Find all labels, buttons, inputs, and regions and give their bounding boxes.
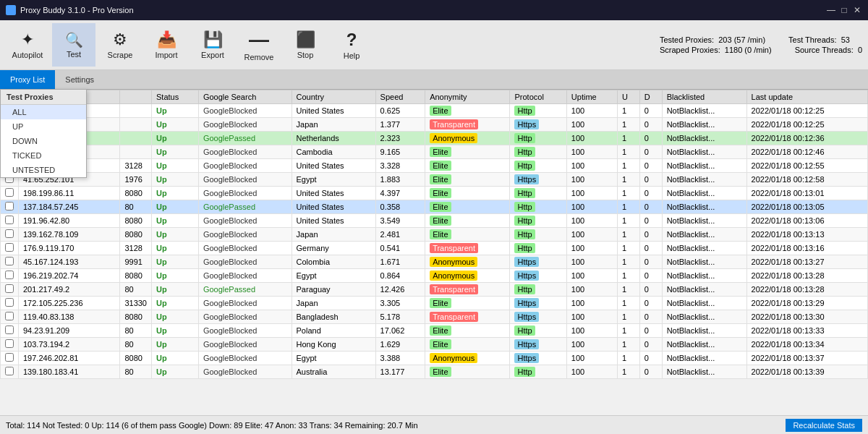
col-country[interactable]: Country — [292, 90, 375, 104]
table-row[interactable]: 196.219.202.74 8080 Up GoogleBlocked Egy… — [1, 269, 868, 283]
row-speed: 4.397 — [375, 187, 425, 200]
table-row[interactable]: 41.65.252.101 1976 Up GoogleBlocked Egyp… — [1, 173, 868, 187]
table-row[interactable]: 119.40.83.138 8080 Up GoogleBlocked Bang… — [1, 310, 868, 324]
row-checkbox[interactable] — [1, 365, 19, 379]
row-protocol: Http — [510, 242, 566, 255]
row-anonymity: Transparent — [425, 242, 510, 255]
row-checkbox[interactable] — [1, 187, 19, 200]
window-controls[interactable]: — □ ✕ — [826, 5, 862, 15]
row-anonymity: Transparent — [425, 118, 510, 132]
settings-tab[interactable]: Settings — [55, 70, 104, 89]
table-row[interactable]: 217.67.2 Up GooglePassed Netherlands 2.3… — [1, 132, 868, 145]
row-blacklisted: NotBlacklist... — [662, 104, 746, 118]
minimize-button[interactable]: — — [826, 5, 836, 15]
row-speed: 0.358 — [375, 200, 425, 214]
col-uptime[interactable]: Uptime — [566, 90, 617, 104]
row-checkbox[interactable] — [1, 297, 19, 310]
col-u[interactable]: U — [618, 90, 640, 104]
row-port: 8080 — [120, 214, 152, 228]
row-checkbox[interactable] — [1, 310, 19, 324]
table-row[interactable]: 103.73.194.2 80 Up GoogleBlocked Hong Ko… — [1, 338, 868, 352]
row-port: 8080 — [120, 187, 152, 200]
row-blacklisted: NotBlacklist... — [662, 145, 746, 159]
row-uptime: 100 — [566, 338, 617, 352]
import-button[interactable]: 📥 Import — [145, 23, 188, 67]
col-blacklisted[interactable]: Blacklisted — [662, 90, 746, 104]
table-row[interactable]: 197.246.202.81 8080 Up GoogleBlocked Egy… — [1, 352, 868, 365]
col-d[interactable]: D — [639, 90, 662, 104]
import-label: Import — [155, 51, 177, 59]
row-checkbox[interactable] — [1, 228, 19, 242]
col-port[interactable] — [120, 90, 152, 104]
test-icon: 🔍 — [65, 31, 83, 48]
table-row[interactable]: 45.167.124.193 9991 Up GoogleBlocked Col… — [1, 255, 868, 269]
proxy-table: Host Status Google Search Country Speed … — [0, 90, 868, 379]
dropdown-item-ticked[interactable]: TICKED — [1, 148, 86, 163]
test-proxies-dropdown: Test Proxies ALL UP DOWN TICKED UNTESTED — [0, 89, 87, 178]
row-anonymity: Elite — [425, 297, 510, 310]
scrape-button[interactable]: ⚙ Scrape — [98, 23, 142, 67]
test-button[interactable]: 🔍 Test — [52, 23, 95, 67]
table-row[interactable]: 43.255.1 Up GoogleBlocked Cambodia 9.165… — [1, 145, 868, 159]
maximize-button[interactable]: □ — [839, 5, 849, 15]
close-button[interactable]: ✕ — [852, 5, 862, 15]
row-host: 198.199.86.11 — [19, 187, 120, 200]
row-d: 0 — [639, 324, 662, 338]
dropdown-item-untested[interactable]: UNTESTED — [1, 163, 86, 177]
row-lastupdate: 2022/01/18 00:13:29 — [746, 297, 867, 310]
help-button[interactable]: ? Help — [330, 23, 373, 67]
dropdown-item-down[interactable]: DOWN — [1, 134, 86, 148]
export-button[interactable]: 💾 Export — [191, 23, 234, 67]
table-row[interactable]: 198.199.86.11 8080 Up GoogleBlocked Unit… — [1, 187, 868, 200]
table-row[interactable]: 201.217.49.2 80 Up GooglePassed Paraguay… — [1, 283, 868, 297]
dropdown-item-all[interactable]: ALL — [1, 105, 86, 119]
row-anonymity: Anonymous — [425, 132, 510, 145]
row-protocol: Https — [510, 338, 566, 352]
row-checkbox[interactable] — [1, 324, 19, 338]
row-checkbox[interactable] — [1, 214, 19, 228]
row-checkbox[interactable] — [1, 338, 19, 352]
table-row[interactable]: 94.23.91.209 80 Up GoogleBlocked Poland … — [1, 324, 868, 338]
row-status: Up — [151, 255, 198, 269]
col-protocol[interactable]: Protocol — [510, 90, 566, 104]
row-checkbox[interactable] — [1, 352, 19, 365]
dropdown-item-up[interactable]: UP — [1, 119, 86, 134]
row-checkbox[interactable] — [1, 269, 19, 283]
scraped-proxies-label: Scraped Proxies: 1180 (0 /min) — [660, 46, 772, 54]
table-row[interactable]: 191.96.42.80 8080 Up GoogleBlocked Unite… — [1, 214, 868, 228]
row-d: 0 — [639, 297, 662, 310]
row-checkbox[interactable] — [1, 242, 19, 255]
col-speed[interactable]: Speed — [375, 90, 425, 104]
col-google-search[interactable]: Google Search — [198, 90, 292, 104]
row-checkbox[interactable] — [1, 283, 19, 297]
table-row[interactable]: 137.184.57.245 80 Up GooglePassed United… — [1, 200, 868, 214]
col-anonymity[interactable]: Anonymity — [425, 90, 510, 104]
col-status[interactable]: Status — [151, 90, 198, 104]
autopilot-button[interactable]: ✦ Autopilot — [6, 23, 49, 67]
table-row[interactable]: 163.116. Up GoogleBlocked United States … — [1, 104, 868, 118]
row-protocol: Https — [510, 255, 566, 269]
table-row[interactable]: 139.180.183.41 80 Up GoogleBlocked Austr… — [1, 365, 868, 379]
row-uptime: 100 — [566, 242, 617, 255]
stop-button[interactable]: ⬛ Stop — [284, 23, 327, 67]
col-lastupdate[interactable]: Last update — [746, 90, 867, 104]
row-protocol: Http — [510, 132, 566, 145]
row-port: 8080 — [120, 228, 152, 242]
row-checkbox[interactable] — [1, 200, 19, 214]
table-row[interactable]: 172.105.225.236 31330 Up GoogleBlocked J… — [1, 297, 868, 310]
table-row[interactable]: 172.104. Up GoogleBlocked Japan 1.377 Tr… — [1, 118, 868, 132]
table-row[interactable]: 176.9.119.170 3128 Up GoogleBlocked Germ… — [1, 242, 868, 255]
row-checkbox[interactable] — [1, 255, 19, 269]
help-label: Help — [344, 51, 360, 60]
table-row[interactable]: 191.96.42.80 3128 Up GoogleBlocked Unite… — [1, 159, 868, 173]
recalculate-stats-button[interactable]: Recalculate Stats — [786, 419, 862, 432]
row-uptime: 100 — [566, 214, 617, 228]
stop-icon: ⬛ — [296, 30, 315, 49]
row-anonymity: Transparent — [425, 310, 510, 324]
row-lastupdate: 2022/01/18 00:13:05 — [746, 200, 867, 214]
proxy-list-tab[interactable]: Proxy List — [0, 70, 55, 89]
remove-button[interactable]: — Remove — [237, 23, 281, 67]
row-d: 0 — [639, 255, 662, 269]
row-country: Bangladesh — [292, 310, 375, 324]
table-row[interactable]: 139.162.78.109 8080 Up GoogleBlocked Jap… — [1, 228, 868, 242]
